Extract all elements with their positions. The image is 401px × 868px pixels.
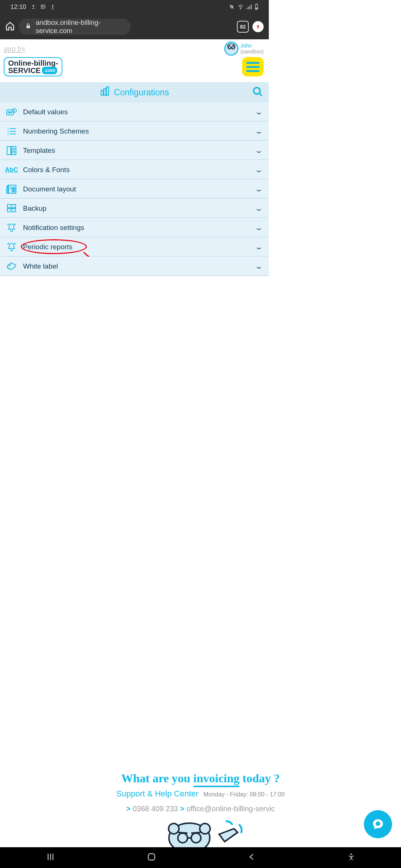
menu-label: Backup: [23, 204, 46, 213]
chevron-down-icon: ⌄: [254, 108, 263, 116]
svg-rect-15: [101, 91, 103, 95]
hamburger-menu-button[interactable]: [242, 57, 264, 76]
configurations-title: Configurations: [114, 88, 169, 98]
android-status-bar: 12:10: [0, 0, 269, 14]
signal-icon: [247, 4, 252, 10]
svg-point-18: [254, 88, 260, 94]
menu-label: White label: [23, 262, 58, 270]
config-menu-list: 1 Default values ⌄ 123 Numbering Schemes…: [0, 102, 269, 276]
browser-update-icon[interactable]: [252, 21, 264, 32]
configurations-header: Configurations: [0, 82, 269, 102]
menu-label: Notification settings: [23, 224, 84, 232]
url-text: andbox.online-billing-service.com: [36, 19, 124, 35]
configurations-icon: [100, 86, 110, 99]
upload-icon: [31, 4, 36, 10]
home-icon[interactable]: [5, 21, 15, 32]
app-logo[interactable]: Online-billing- SERVICE .com: [4, 57, 62, 76]
svg-text:2: 2: [7, 130, 9, 133]
user-name: John: [241, 43, 264, 49]
search-icon[interactable]: [252, 86, 263, 99]
menu-label: Templates: [23, 147, 55, 155]
svg-line-19: [260, 93, 262, 96]
app-by-label: app by: [4, 44, 26, 53]
battery-icon: [255, 4, 258, 11]
svg-text:3: 3: [7, 133, 9, 136]
document-layout-icon: [6, 184, 17, 195]
menu-label: Numbering Schemes: [23, 127, 89, 135]
chevron-down-icon: ⌄: [254, 243, 263, 251]
bell-icon: [6, 241, 17, 253]
numbering-icon: 123: [6, 126, 17, 137]
svg-rect-32: [12, 147, 16, 155]
svg-rect-16: [104, 89, 106, 95]
menu-label: Periodic reports: [23, 243, 72, 251]
backup-icon: [6, 203, 17, 214]
svg-text:1: 1: [14, 109, 15, 112]
default-values-icon: 1: [6, 106, 17, 118]
browser-toolbar: andbox.online-billing-service.com 82: [0, 14, 269, 39]
svg-text:1: 1: [7, 127, 9, 130]
svg-point-14: [232, 45, 234, 46]
menu-label: Colors & Fonts: [23, 166, 70, 174]
menu-numbering-schemes[interactable]: 123 Numbering Schemes ⌄: [0, 122, 269, 141]
menu-white-label[interactable]: White label ⌄: [0, 257, 269, 276]
svg-rect-17: [106, 87, 108, 95]
menu-notification-settings[interactable]: Notification settings ⌄: [0, 218, 269, 237]
download-person-icon: [50, 4, 55, 10]
status-time: 12:10: [10, 3, 26, 11]
url-bar[interactable]: andbox.online-billing-service.com: [19, 19, 131, 35]
colors-fonts-icon: AbC: [6, 164, 17, 175]
menu-document-layout[interactable]: Document layout ⌄: [0, 180, 269, 199]
chevron-down-icon: ⌄: [254, 224, 263, 232]
chevron-down-icon: ⌄: [254, 262, 263, 270]
svg-point-2: [52, 4, 53, 6]
menu-label: Document layout: [23, 185, 76, 193]
svg-point-1: [42, 6, 43, 6]
menu-templates[interactable]: Templates ⌄: [0, 141, 269, 160]
chevron-down-icon: ⌄: [254, 185, 263, 193]
templates-icon: [6, 145, 17, 156]
svg-point-22: [10, 112, 12, 113]
avatar: [224, 42, 238, 56]
chevron-down-icon: ⌄: [254, 127, 263, 135]
svg-point-21: [8, 112, 10, 113]
user-mode: (sandbox): [241, 49, 264, 55]
bell-icon: [6, 222, 17, 233]
menu-default-values[interactable]: 1 Default values ⌄: [0, 102, 269, 122]
tab-count-button[interactable]: 82: [237, 21, 249, 33]
menu-backup[interactable]: Backup ⌄: [0, 199, 269, 218]
tag-icon: [6, 261, 17, 272]
chevron-down-icon: ⌄: [254, 204, 263, 213]
svg-rect-5: [256, 4, 257, 4]
svg-point-3: [240, 8, 241, 9]
wifi-icon: [238, 4, 244, 11]
user-menu[interactable]: John (sandbox): [224, 42, 264, 56]
menu-periodic-reports[interactable]: Periodic reports ⌄: [0, 237, 269, 257]
menu-colors-fonts[interactable]: AbC Colors & Fonts ⌄: [0, 160, 269, 180]
svg-rect-7: [26, 26, 30, 28]
chevron-down-icon: ⌄: [254, 147, 263, 155]
chevron-down-icon: ⌄: [254, 166, 263, 174]
svg-point-51: [9, 264, 10, 266]
lock-icon: [25, 23, 31, 31]
svg-rect-6: [256, 8, 258, 9]
vibrate-muted-icon: [229, 4, 235, 11]
image-icon: [40, 4, 46, 10]
app-header: app by John (sandbox) Online-billing- SE…: [0, 39, 269, 82]
menu-label: Default values: [23, 108, 68, 116]
svg-rect-31: [7, 147, 11, 155]
svg-point-13: [229, 45, 230, 46]
